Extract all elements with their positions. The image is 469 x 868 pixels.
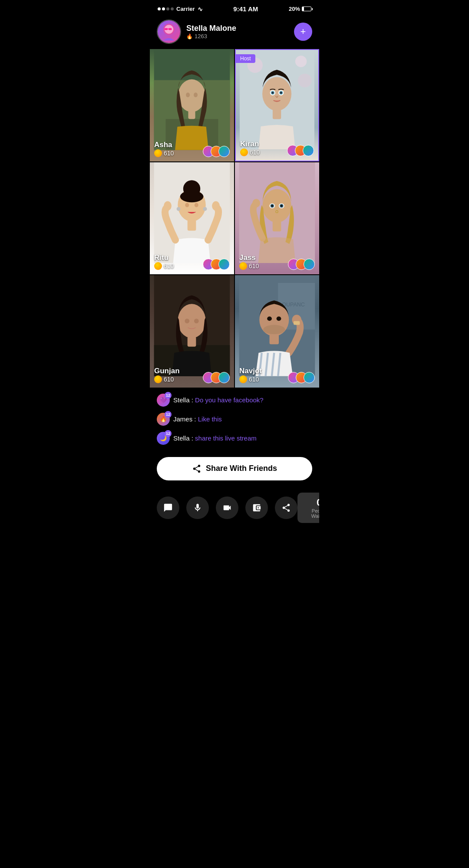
people-waiting-label: People Waiting [304,508,319,519]
video-cell-gunjan[interactable]: Gunjan 610 [150,275,234,388]
svg-point-10 [194,92,198,97]
chat-text-1: Stella : Do you have facebook? [173,396,264,404]
svg-point-65 [277,317,281,321]
person-kiran-svg [236,50,318,149]
mini-avatar-3 [304,259,315,270]
user-header: Stella Malone 🔥 1263 + [150,16,319,49]
people-waiting-count: 0 [304,497,319,508]
signal-dot-2 [162,7,165,10]
mini-avatar-3 [218,259,230,270]
share-section: Share With Friends [150,455,319,487]
svg-point-40 [271,204,273,207]
chat-message-2: 🔥 12 James : Like this [157,413,312,426]
svg-rect-58 [294,321,300,325]
video-cell-navjot[interactable]: OUPANC Navjot [235,275,319,388]
svg-point-48 [178,304,205,339]
chat-text-2: James : Like this [173,415,222,423]
svg-point-56 [263,325,285,334]
coin-icon [239,375,247,383]
chat-message-1: 💜 12 Stella : Do you have facebook? [157,394,312,407]
svg-point-8 [178,79,205,112]
user-info: Stella Malone 🔥 1263 [186,24,289,39]
person-jass-svg [235,162,319,263]
status-left: Carrier ∿ [158,6,203,13]
svg-text:OUPANC: OUPANC [282,302,305,308]
cell-name-navjot: Navjot [239,367,262,375]
svg-rect-11 [188,109,195,119]
svg-point-37 [252,199,260,207]
svg-point-28 [177,207,181,211]
chat-badge-stella-1: 💜 12 [157,394,170,407]
person-ritu-svg [150,162,234,263]
svg-rect-3 [168,28,172,30]
signal-dots [158,7,174,10]
chat-badge-stella-2: 🌙 12 [157,432,170,445]
svg-point-50 [194,319,199,324]
cell-avatars [288,259,315,270]
video-icon [222,503,232,513]
status-bar: Carrier ∿ 9:41 AM 20% [150,0,319,16]
wifi-icon: ∿ [198,6,203,13]
video-cell-asha[interactable]: Asha 610 [150,49,234,161]
cell-name-gunjan: Gunjan [154,367,180,375]
chat-icon [163,503,173,513]
cell-info-navjot: Navjot 610 [239,367,315,383]
cell-coins-asha: 610 [154,149,174,157]
coin-icon [240,148,248,156]
svg-rect-2 [165,28,168,30]
svg-point-34 [212,201,220,210]
svg-rect-23 [273,108,281,119]
video-grid: Asha 610 [150,49,319,388]
coin-icon [154,262,162,270]
share-button-icon [192,464,201,473]
mini-avatar-3 [304,372,315,383]
svg-point-30 [185,203,189,207]
svg-point-16 [262,77,291,111]
mini-avatar-3 [218,372,230,383]
cell-name-ritu: Ritu [154,253,174,262]
wallet-icon [252,503,261,513]
svg-rect-63 [270,334,279,344]
bottom-actions [157,496,297,519]
svg-rect-45 [273,220,281,231]
video-cell-ritu[interactable]: Ritu 610 [150,162,234,275]
chat-message-3: 🌙 12 Stella : share this live stream [157,432,312,445]
mic-button[interactable] [186,496,209,519]
cell-info-jass: Jass 610 [239,253,315,270]
cell-coins-navjot: 610 [239,375,262,383]
status-time: 9:41 AM [233,5,258,13]
person-gunjan-svg [150,275,234,376]
cell-avatars [203,259,230,270]
avatar-svg [158,20,180,44]
cell-coins-gunjan: 610 [154,375,180,383]
cell-avatars [288,372,315,383]
cell-coins-kiran: 610 [240,148,260,156]
wallet-button[interactable] [245,496,268,519]
chat-button[interactable] [157,496,179,519]
mini-avatar-3 [303,145,314,156]
svg-point-33 [164,201,172,210]
chat-section: 💜 12 Stella : Do you have facebook? 🔥 12… [150,388,319,455]
svg-point-19 [271,92,274,94]
cell-avatars [287,145,314,156]
mic-icon [193,503,202,513]
battery-icon [302,7,311,11]
score-value: 1263 [195,33,207,39]
svg-point-36 [262,189,291,222]
svg-point-43 [281,204,283,207]
mini-avatar-3 [218,146,230,157]
cell-avatars [203,372,230,383]
video-cell-jass[interactable]: Jass 610 [235,162,319,275]
share-button-label: Share With Friends [206,464,277,473]
cell-name-kiran: Kiran [240,140,260,148]
video-cell-kiran[interactable]: Host Kiran 610 [235,49,319,161]
signal-dot-4 [171,7,174,10]
share-with-friends-button[interactable]: Share With Friends [157,457,312,480]
video-button[interactable] [216,496,238,519]
fire-icon: 🔥 [186,33,193,39]
add-button[interactable]: + [294,23,312,41]
signal-dot-1 [158,7,161,10]
share-bottom-button[interactable] [275,496,297,519]
svg-point-49 [185,319,189,324]
host-badge: Host [236,54,255,63]
